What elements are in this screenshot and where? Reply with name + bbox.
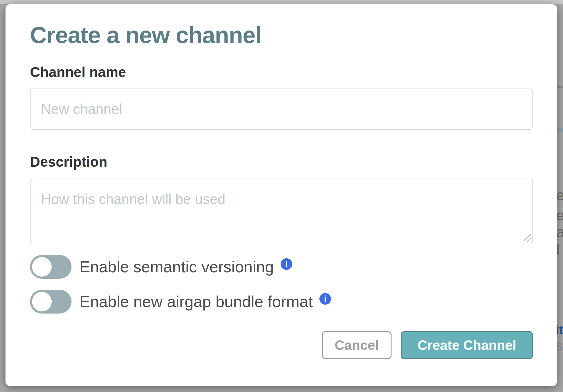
modal-title: Create a new channel	[30, 22, 533, 48]
create-channel-button[interactable]: Create Channel	[401, 331, 533, 359]
channel-name-input[interactable]	[30, 89, 533, 130]
description-textarea[interactable]	[30, 179, 533, 243]
background-text-fragment: e	[556, 207, 563, 224]
info-icon[interactable]: i	[281, 258, 292, 270]
semantic-versioning-toggle[interactable]	[30, 255, 72, 279]
channel-name-label: Channel name	[30, 64, 533, 80]
dimmed-background-top-strip	[0, 0, 563, 4]
airgap-bundle-toggle[interactable]	[30, 290, 72, 314]
semantic-versioning-label: Enable semantic versioning	[79, 259, 274, 275]
semantic-versioning-row: Enable semantic versioning i	[30, 255, 533, 279]
toggle-knob	[32, 257, 52, 277]
toggle-knob	[32, 292, 52, 311]
description-label: Description	[30, 154, 533, 170]
modal-footer: Cancel Create Channel	[30, 331, 533, 359]
info-icon[interactable]: i	[319, 293, 331, 305]
background-text-fragment: a	[556, 224, 563, 241]
background-teal-band-fragment	[556, 128, 563, 132]
background-divider-fragment	[556, 86, 563, 88]
background-text-fragment: s	[556, 338, 563, 354]
airgap-bundle-row: Enable new airgap bundle format i	[30, 290, 533, 314]
create-channel-modal: Create a new channel Channel name Descri…	[6, 4, 557, 386]
background-text-fragment: e	[556, 187, 563, 204]
cancel-button[interactable]: Cancel	[322, 331, 392, 359]
airgap-bundle-label: Enable new airgap bundle format	[79, 294, 313, 310]
description-field-wrapper	[30, 179, 533, 243]
